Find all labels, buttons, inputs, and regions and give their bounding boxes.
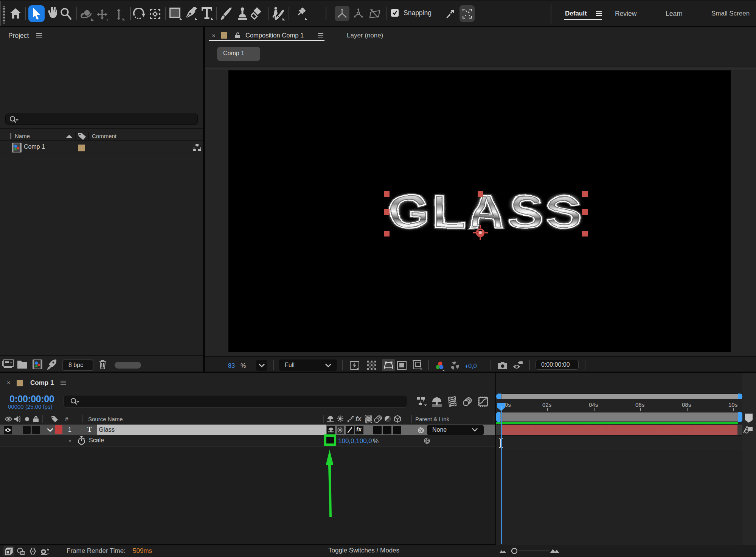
svg-text:GLASS: GLASS	[388, 186, 584, 238]
